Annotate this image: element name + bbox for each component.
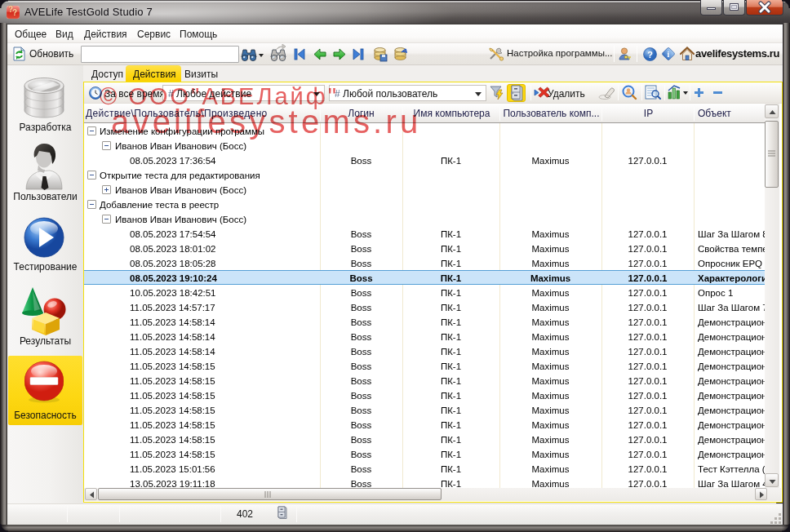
svg-text:?: ? [647, 50, 653, 60]
svg-text:i: i [668, 50, 670, 59]
